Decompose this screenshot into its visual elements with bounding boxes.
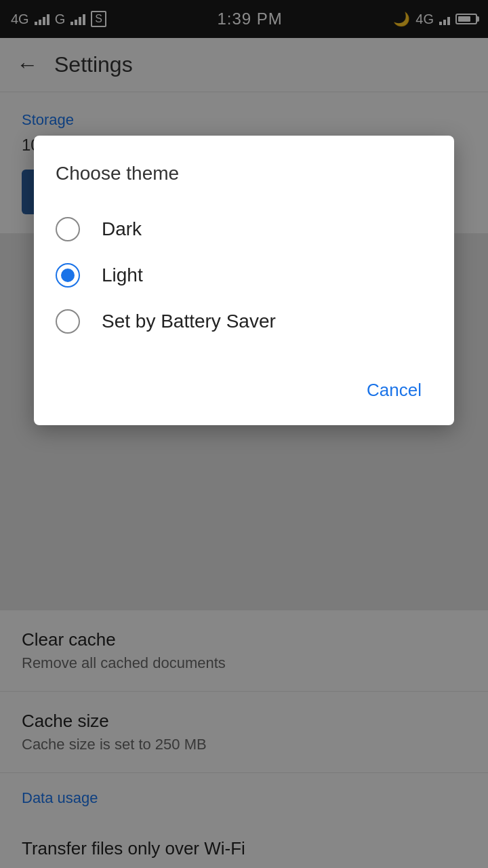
dialog-actions: Cancel <box>56 363 432 406</box>
theme-dialog: Choose theme Dark Light Set by Battery S… <box>34 136 454 425</box>
radio-option-dark[interactable]: Dark <box>56 206 432 252</box>
dialog-overlay: Choose theme Dark Light Set by Battery S… <box>0 0 488 868</box>
radio-light-inner <box>61 269 75 282</box>
radio-battery-circle <box>56 309 80 334</box>
radio-dark-circle <box>56 217 80 241</box>
radio-dark-label: Dark <box>102 218 142 240</box>
radio-option-light[interactable]: Light <box>56 252 432 298</box>
radio-light-label: Light <box>102 264 143 286</box>
radio-light-circle <box>56 263 80 288</box>
radio-option-battery[interactable]: Set by Battery Saver <box>56 298 432 344</box>
cancel-button[interactable]: Cancel <box>356 374 432 406</box>
radio-battery-label: Set by Battery Saver <box>102 311 276 332</box>
dialog-title: Choose theme <box>56 163 432 184</box>
